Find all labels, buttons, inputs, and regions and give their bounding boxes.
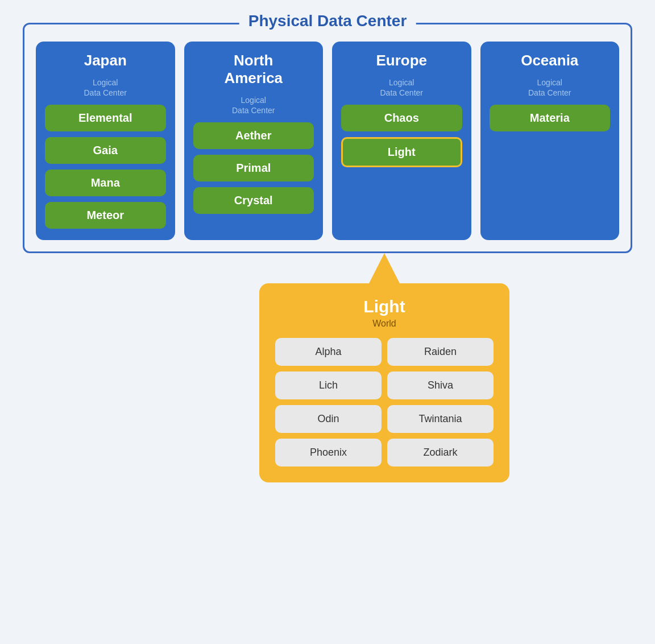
world-item-lich[interactable]: Lich [275, 371, 382, 399]
world-item-twintania[interactable]: Twintania [387, 405, 494, 433]
world-item-zodiark[interactable]: Zodiark [387, 439, 494, 467]
japan-title: Japan [84, 52, 127, 69]
oceania-title: Oceania [521, 52, 578, 69]
japan-sublabel: LogicalData Center [84, 77, 127, 98]
north-america-sublabel: LogicalData Center [232, 95, 275, 115]
logical-dc-japan: Japan LogicalData Center Elemental Gaia … [36, 42, 175, 240]
europe-popup-area: Light World Alpha Raiden Lich Shiva Odin… [259, 253, 509, 482]
europe-title: Europe [376, 52, 427, 69]
world-btn-mana[interactable]: Mana [45, 170, 166, 196]
europe-sublabel: LogicalData Center [380, 77, 423, 98]
north-america-title: NorthAmerica [224, 52, 283, 87]
arrow-up [368, 253, 400, 284]
world-grid: Alpha Raiden Lich Shiva Odin Twintania P… [275, 338, 494, 467]
world-item-raiden[interactable]: Raiden [387, 338, 494, 366]
world-btn-elemental[interactable]: Elemental [45, 105, 166, 131]
logical-dc-row: Japan LogicalData Center Elemental Gaia … [36, 42, 619, 240]
oceania-sublabel: LogicalData Center [528, 77, 571, 98]
world-item-phoenix[interactable]: Phoenix [275, 439, 382, 467]
light-popup-card: Light World Alpha Raiden Lich Shiva Odin… [259, 283, 509, 482]
world-item-alpha[interactable]: Alpha [275, 338, 382, 366]
logical-dc-north-america: NorthAmerica LogicalData Center Aether P… [184, 42, 324, 240]
world-btn-aether[interactable]: Aether [193, 122, 314, 149]
world-btn-crystal[interactable]: Crystal [193, 187, 314, 214]
world-btn-materia[interactable]: Materia [490, 105, 611, 131]
world-btn-meteor[interactable]: Meteor [45, 202, 166, 229]
world-btn-chaos[interactable]: Chaos [341, 105, 462, 131]
world-btn-light[interactable]: Light [341, 137, 462, 167]
logical-dc-oceania: Oceania LogicalData Center Materia [480, 42, 620, 240]
light-popup-sublabel: World [275, 319, 494, 329]
world-item-odin[interactable]: Odin [275, 405, 382, 433]
world-btn-gaia[interactable]: Gaia [45, 137, 166, 164]
physical-dc-container: Physical Data Center Japan LogicalData C… [23, 23, 632, 253]
physical-dc-title: Physical Data Center [239, 12, 416, 30]
world-btn-primal[interactable]: Primal [193, 155, 314, 181]
light-popup-title: Light [275, 297, 494, 316]
logical-dc-europe: Europe LogicalData Center Chaos Light [332, 42, 471, 240]
world-item-shiva[interactable]: Shiva [387, 371, 494, 399]
page-wrapper: Physical Data Center Japan LogicalData C… [11, 11, 644, 494]
